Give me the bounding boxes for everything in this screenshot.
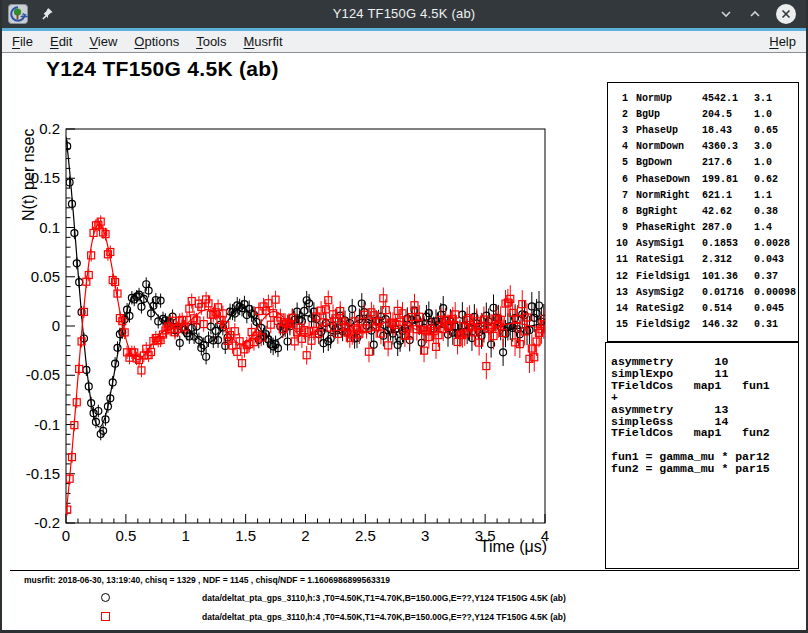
svg-text:3: 3 <box>421 527 429 544</box>
maximize-button[interactable] <box>747 6 763 22</box>
param-err: 0.38 <box>754 206 798 217</box>
menu-item-view[interactable]: View <box>89 34 117 49</box>
param-val: 204.5 <box>702 109 754 120</box>
param-err: 0.37 <box>754 271 798 282</box>
param-row: 10AsymSig10.18530.0028 <box>608 236 798 252</box>
fit-parameter-box: 1NormUp4542.13.12BgUp204.51.03PhaseUp18.… <box>607 82 799 342</box>
svg-text:-0.05: -0.05 <box>26 366 60 383</box>
param-num: 8 <box>614 206 628 217</box>
menu-item-tools[interactable]: Tools <box>196 34 226 49</box>
param-err: 1.0 <box>754 109 798 120</box>
pin-icon[interactable] <box>40 7 54 21</box>
theory-text: asymmetry 10 simplExpo 11 TFieldCos map1… <box>606 343 798 475</box>
param-err: 0.045 <box>754 303 798 314</box>
legend-circle-marker <box>101 593 110 602</box>
param-num: 4 <box>614 141 628 152</box>
param-name: NormUp <box>636 93 702 104</box>
musr-plot[interactable]: 00.511.522.533.54-0.2-0.15-0.1-0.0500.05… <box>2 53 602 630</box>
param-num: 12 <box>614 271 628 282</box>
param-name: PhaseUp <box>636 125 702 136</box>
param-row: 6PhaseDown199.810.62 <box>608 171 798 187</box>
svg-text:N(t) per nsec: N(t) per nsec <box>20 129 37 221</box>
param-num: 13 <box>614 287 628 298</box>
param-row: 11RateSig12.3120.043 <box>608 252 798 268</box>
param-name: NormDown <box>636 141 702 152</box>
legend-item: data/deltat_pta_gps_3110,h:4 ,T0=4.50K,T… <box>2 612 806 624</box>
svg-text:Time (μs): Time (μs) <box>480 538 547 555</box>
param-name: BgUp <box>636 109 702 120</box>
app-window: ++ Y124 TF150G 4.5K (ab) <box>0 0 808 633</box>
svg-text:0: 0 <box>52 317 60 334</box>
legend-label: data/deltat_pta_gps_3110,h:3 ,T0=4.50K,T… <box>202 593 566 603</box>
svg-text:2.5: 2.5 <box>355 527 376 544</box>
param-name: AsymSig2 <box>636 287 702 298</box>
param-err: 0.31 <box>754 319 798 330</box>
param-num: 9 <box>614 222 628 233</box>
param-name: PhaseDown <box>636 174 702 185</box>
theory-box: asymmetry 10 simplExpo 11 TFieldCos map1… <box>605 342 799 569</box>
svg-text:0: 0 <box>62 527 70 544</box>
param-row: 1NormUp4542.13.1 <box>608 90 798 106</box>
window-title: Y124 TF150G 4.5K (ab) <box>2 6 806 21</box>
param-num: 14 <box>614 303 628 314</box>
param-num: 7 <box>614 190 628 201</box>
param-name: NormRight <box>636 190 702 201</box>
param-row: 3PhaseUp18.430.65 <box>608 122 798 138</box>
param-num: 3 <box>614 125 628 136</box>
menu-items-container: FileEditViewOptionsToolsMusrfit <box>12 34 300 49</box>
svg-text:0.1: 0.1 <box>39 219 60 236</box>
param-row: 8BgRight42.620.38 <box>608 203 798 219</box>
param-row: 7NormRight621.11.1 <box>608 187 798 203</box>
param-err: 3.1 <box>754 93 798 104</box>
param-row: 15FieldSig2146.320.31 <box>608 317 798 333</box>
menu-item-options[interactable]: Options <box>134 34 179 49</box>
param-num: 15 <box>614 319 628 330</box>
param-err: 1.1 <box>754 190 798 201</box>
param-val: 217.6 <box>702 157 754 168</box>
root-canvas[interactable]: Y124 TF150G 4.5K (ab) 00.511.522.533.54-… <box>2 53 806 630</box>
param-name: FieldSig2 <box>636 319 702 330</box>
status-separator-line <box>10 570 800 571</box>
svg-text:2: 2 <box>301 527 309 544</box>
param-name: RateSig2 <box>636 303 702 314</box>
param-err: 1.4 <box>754 222 798 233</box>
param-name: BgRight <box>636 206 702 217</box>
param-name: AsymSig1 <box>636 238 702 249</box>
fit-curve <box>66 137 545 427</box>
param-val: 0.1853 <box>702 238 754 249</box>
fit-statistics-text: musrfit: 2018-06-30, 13:19:40, chisq = 1… <box>24 575 390 585</box>
series-circle <box>64 137 548 441</box>
param-row: 5BgDown217.61.0 <box>608 155 798 171</box>
menu-item-edit[interactable]: Edit <box>50 34 72 49</box>
close-button[interactable] <box>776 4 796 24</box>
param-row: 4NormDown4360.33.0 <box>608 139 798 155</box>
svg-text:0.5: 0.5 <box>115 527 136 544</box>
series-square <box>64 215 548 515</box>
svg-text:++: ++ <box>20 13 28 20</box>
param-num: 11 <box>614 254 628 265</box>
svg-text:1: 1 <box>182 527 190 544</box>
legend-item: data/deltat_pta_gps_3110,h:3 ,T0=4.50K,T… <box>2 593 806 605</box>
param-val: 101.36 <box>702 271 754 282</box>
menu-item-file[interactable]: File <box>12 34 33 49</box>
param-err: 0.62 <box>754 174 798 185</box>
svg-text:0.05: 0.05 <box>31 268 60 285</box>
app-icon[interactable]: ++ <box>8 4 28 24</box>
param-err: 0.043 <box>754 254 798 265</box>
svg-text:1.5: 1.5 <box>235 527 256 544</box>
param-err: 0.00098 <box>754 287 798 298</box>
param-row: 2BgUp204.51.0 <box>608 106 798 122</box>
minimize-button[interactable] <box>718 6 734 22</box>
param-val: 4360.3 <box>702 141 754 152</box>
param-name: BgDown <box>636 157 702 168</box>
param-err: 1.0 <box>754 157 798 168</box>
menu-item-musrfit[interactable]: Musrfit <box>244 34 283 49</box>
param-err: 0.0028 <box>754 238 798 249</box>
titlebar[interactable]: ++ Y124 TF150G 4.5K (ab) <box>2 0 806 28</box>
svg-text:-0.2: -0.2 <box>34 514 60 531</box>
param-val: 2.312 <box>702 254 754 265</box>
svg-text:-0.1: -0.1 <box>34 416 60 433</box>
menu-item-help[interactable]: Help <box>769 34 796 49</box>
legend-square-marker <box>101 612 110 621</box>
param-num: 6 <box>614 174 628 185</box>
